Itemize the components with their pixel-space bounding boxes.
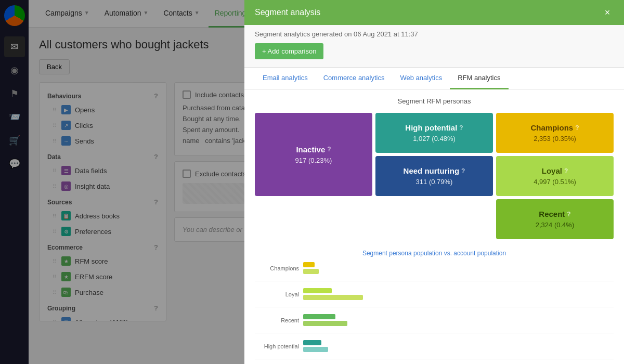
segment-analysis-modal: Segment analysis × Segment analytics gen… bbox=[244, 0, 624, 364]
recent-value: 2,324 (0.4%) bbox=[536, 221, 574, 229]
generated-text: Segment analytics generated on 06 Aug 20… bbox=[255, 30, 614, 38]
rfm-card-inactive[interactable]: Inactive ? 917 (0.23%) bbox=[255, 113, 372, 196]
inactive-help-icon[interactable]: ? bbox=[327, 146, 331, 153]
modal-subheader: Segment analytics generated on 06 Aug 20… bbox=[244, 25, 624, 68]
chart-label-champions: Champions bbox=[255, 265, 299, 271]
divider-4 bbox=[255, 359, 614, 359]
chart-section: Segment persona population vs. account p… bbox=[255, 250, 614, 364]
divider-2 bbox=[255, 307, 614, 307]
inactive-value: 917 (0.23%) bbox=[295, 157, 332, 164]
population2-link[interactable]: population bbox=[477, 250, 506, 257]
champions-bar1 bbox=[303, 262, 315, 267]
chart-row-loyal: Loyal bbox=[255, 288, 614, 300]
chart-label-recent: Recent bbox=[255, 317, 299, 323]
population1-link[interactable]: population bbox=[413, 250, 442, 257]
champions-help-icon[interactable]: ? bbox=[575, 124, 579, 132]
champions-title: Champions ? bbox=[530, 123, 579, 132]
rfm-card-need-nurturing[interactable]: Need nurturing ? 311 (0.79%) bbox=[375, 156, 493, 196]
modal-close-button[interactable]: × bbox=[601, 6, 614, 19]
champions-value: 2,353 (0.35%) bbox=[534, 135, 576, 142]
inactive-title: Inactive ? bbox=[296, 145, 331, 154]
rfm-subtitle: Segment RFM personas bbox=[255, 97, 614, 105]
rfm-card-loyal[interactable]: Loyal ? 4,997 (0.51%) bbox=[496, 156, 614, 196]
high-potential-title: High potential ? bbox=[405, 123, 463, 132]
loyal-help-icon[interactable]: ? bbox=[564, 167, 568, 175]
modal-overlay: Segment analysis × Segment analytics gen… bbox=[0, 0, 624, 364]
divider-3 bbox=[255, 333, 614, 333]
bar-chart: Champions Loyal bbox=[255, 262, 614, 364]
need-nurturing-title: Need nurturing ? bbox=[404, 166, 465, 175]
loyal-bar1 bbox=[303, 288, 332, 293]
add-comparison-button[interactable]: + Add comparison bbox=[255, 43, 323, 59]
modal-body: Segment RFM personas Inactive ? 917 (0.2… bbox=[244, 89, 624, 364]
chart-bars-champions bbox=[303, 262, 614, 274]
modal-header: Segment analysis × bbox=[244, 0, 624, 25]
modal-title: Segment analysis bbox=[255, 8, 320, 17]
chart-title: Segment persona population vs. account p… bbox=[255, 250, 614, 257]
chart-row-high-potential: High potential bbox=[255, 340, 614, 352]
chart-bars-recent bbox=[303, 314, 614, 326]
rfm-card-recent[interactable]: Recent ? 2,324 (0.4%) bbox=[496, 199, 614, 239]
champions-bar2 bbox=[303, 269, 319, 274]
recent-bar1 bbox=[303, 314, 335, 319]
need-nurturing-help-icon[interactable]: ? bbox=[461, 167, 465, 175]
recent-title: Recent ? bbox=[539, 210, 570, 218]
modal-tabs: Email analytics Commerce analytics Web a… bbox=[244, 68, 624, 89]
tab-email-analytics[interactable]: Email analytics bbox=[255, 68, 316, 89]
high-potential-help-icon[interactable]: ? bbox=[459, 124, 463, 132]
high-potential-bar2 bbox=[303, 347, 328, 352]
loyal-value: 4,997 (0.51%) bbox=[534, 178, 576, 186]
tab-commerce-analytics[interactable]: Commerce analytics bbox=[316, 68, 393, 89]
tab-web-analytics[interactable]: Web analytics bbox=[392, 68, 450, 89]
high-potential-bar1 bbox=[303, 340, 321, 345]
chart-label-loyal: Loyal bbox=[255, 291, 299, 297]
high-potential-value: 1,027 (0.48%) bbox=[413, 135, 456, 142]
divider-1 bbox=[255, 281, 614, 281]
loyal-title: Loyal ? bbox=[542, 166, 568, 175]
rfm-card-champions[interactable]: Champions ? 2,353 (0.35%) bbox=[496, 113, 614, 153]
tab-rfm-analytics[interactable]: RFM analytics bbox=[450, 68, 508, 89]
chart-bars-loyal bbox=[303, 288, 614, 300]
recent-help-icon[interactable]: ? bbox=[567, 211, 570, 218]
need-nurturing-value: 311 (0.79%) bbox=[416, 178, 453, 186]
recent-bar2 bbox=[303, 321, 347, 326]
chart-row-recent: Recent bbox=[255, 314, 614, 326]
rfm-card-high-potential[interactable]: High potential ? 1,027 (0.48%) bbox=[375, 113, 493, 153]
rfm-cards-grid: Inactive ? 917 (0.23%) High potential ? … bbox=[255, 113, 614, 239]
chart-label-high-potential: High potential bbox=[255, 343, 299, 349]
chart-row-champions: Champions bbox=[255, 262, 614, 274]
chart-bars-high-potential bbox=[303, 340, 614, 352]
loyal-bar2 bbox=[303, 295, 363, 300]
